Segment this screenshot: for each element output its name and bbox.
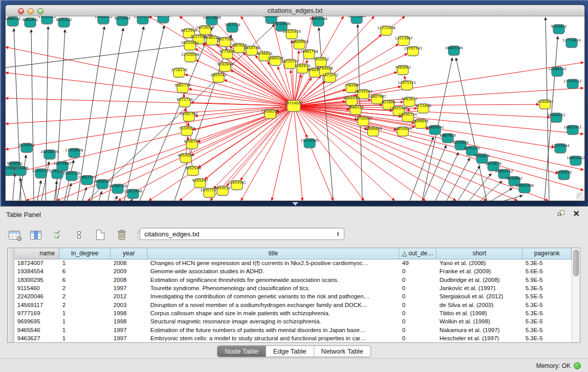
network-edge[interactable] (213, 106, 294, 188)
table-options-button[interactable] (7, 228, 21, 242)
graph-node[interactable]: 15134545 (300, 139, 319, 148)
graph-node[interactable]: 13930112 (38, 16, 56, 24)
network-edge[interactable] (185, 74, 294, 106)
graph-node[interactable]: 19797343 (404, 47, 422, 56)
column-header-out_degree[interactable]: △ out_de… (399, 248, 437, 259)
graph-node[interactable]: 1868112 (6, 17, 21, 26)
graph-node[interactable]: 9115460 (415, 104, 431, 113)
table-row[interactable]: 946362711997Embryonic stem cells: a mode… (14, 334, 572, 342)
graph-node[interactable]: 2520655 (18, 143, 34, 152)
column-header-short[interactable]: short (437, 248, 522, 259)
network-edge[interactable] (447, 158, 470, 201)
graph-node[interactable]: 8654007 (178, 154, 193, 163)
graph-node[interactable]: 7955812 (313, 57, 329, 67)
table-row[interactable]: 946554611997Estimation of the future num… (14, 325, 572, 334)
network-edge[interactable] (37, 181, 41, 201)
scrollbar-thumb[interactable] (573, 250, 579, 276)
graph-node[interactable]: 16444112 (547, 113, 565, 122)
network-edge[interactable] (6, 98, 294, 106)
graph-node[interactable]: 16033809 (203, 16, 221, 25)
network-window[interactable]: citations_edges.txt 18724007183002958912… (5, 5, 585, 201)
graph-node[interactable]: 10951488 (515, 184, 534, 193)
graph-node[interactable]: 1421072 (322, 73, 338, 82)
graph-node[interactable]: 10391762 (180, 112, 198, 121)
graph-node[interactable]: 15724112 (134, 16, 152, 24)
graph-node[interactable]: 9242848 (217, 62, 233, 72)
graph-node[interactable]: 12975115 (398, 81, 416, 90)
graph-node[interactable]: 18640910 (290, 40, 309, 49)
tab-network-table[interactable]: Network Table (314, 346, 371, 357)
graph-node[interactable]: 8954532 (214, 186, 230, 195)
resize-grip-icon[interactable] (576, 192, 583, 200)
graph-node[interactable]: 19612544 (309, 17, 328, 26)
network-edge[interactable] (272, 106, 294, 201)
graph-node[interactable]: 1215686 (12, 166, 29, 176)
graph-node[interactable]: 9361739 (175, 83, 190, 93)
create-column-button[interactable] (93, 228, 107, 242)
table-row[interactable]: 1456911722003Disruption of a novel membe… (14, 300, 572, 309)
graph-node[interactable]: 10851412 (563, 125, 582, 135)
graph-node[interactable]: 7852544 (185, 166, 201, 176)
table-row[interactable]: 977716911998Corpus callosum shape and si… (14, 309, 572, 317)
graph-node[interactable]: 17544112 (563, 79, 582, 89)
graph-node[interactable]: 12103544 (551, 144, 570, 153)
network-edge[interactable] (6, 73, 294, 106)
network-edge[interactable] (294, 106, 583, 190)
column-header-title[interactable]: title (147, 248, 399, 259)
network-edge[interactable] (13, 173, 15, 201)
network-canvas[interactable]: 1872400718300295891295418226058912750816… (6, 16, 584, 201)
network-edge[interactable] (492, 188, 512, 201)
network-graph[interactable]: 1872400718300295891295418226058912750816… (6, 16, 584, 201)
graph-node[interactable]: 8371734 (177, 98, 193, 107)
graph-node[interactable]: 1595844 (537, 100, 553, 109)
graph-node[interactable]: 12342757 (32, 169, 50, 178)
graph-node[interactable]: 9154412 (551, 25, 567, 34)
column-header-in_degree[interactable]: in_degree (59, 248, 111, 259)
table-row[interactable]: 911546021997Tourette syndrome. Phenomeno… (14, 284, 572, 292)
network-edge[interactable] (57, 106, 294, 201)
graph-node[interactable]: 9175685 (219, 50, 235, 59)
network-edge[interactable] (294, 106, 302, 201)
graph-node[interactable]: 2718170 (171, 68, 187, 77)
graph-node[interactable]: 9245012 (556, 170, 572, 180)
graph-node[interactable]: 18113044 (347, 16, 366, 24)
graph-node[interactable]: 14164112 (548, 67, 567, 76)
table-row[interactable]: 1872400712008Changes of HCN gene express… (14, 259, 572, 267)
show-columns-button[interactable] (29, 228, 43, 242)
graph-node[interactable]: 9256744 (184, 140, 200, 149)
float-window-icon[interactable] (558, 210, 565, 217)
graph-node[interactable]: 10464112 (94, 16, 113, 24)
network-edge[interactable] (423, 145, 446, 201)
graph-node[interactable]: 10688609 (364, 127, 382, 136)
graph-node[interactable]: 7357224 (224, 23, 241, 32)
graph-node[interactable]: 1364436 (343, 96, 360, 105)
graph-node[interactable]: 8635102 (56, 18, 72, 27)
network-edge[interactable] (140, 28, 212, 201)
graph-node[interactable]: 17359928 (65, 148, 83, 158)
network-edge[interactable] (481, 181, 502, 201)
graph-node[interactable]: 12923448 (124, 189, 142, 199)
tab-edge-table[interactable]: Edge Table (266, 346, 314, 357)
table-row[interactable]: 969969511998Structural magnetic resonanc… (14, 317, 572, 325)
network-edge[interactable] (6, 106, 294, 149)
graph-node[interactable]: 2803144 (210, 73, 227, 82)
network-edge[interactable] (99, 191, 102, 201)
delete-column-button[interactable] (115, 228, 129, 242)
graph-node[interactable]: 9462441 (22, 18, 38, 27)
column-header-year[interactable]: year (111, 248, 147, 259)
graph-node[interactable]: 16407394 (445, 46, 463, 55)
graph-node[interactable]: 7485063 (395, 65, 410, 75)
column-header-name[interactable]: name (14, 248, 59, 259)
tab-node-table[interactable]: Node Table (217, 346, 266, 357)
graph-node[interactable]: 13930414 (154, 16, 172, 23)
graph-node[interactable]: 12774414 (562, 38, 581, 48)
network-edge[interactable] (132, 199, 133, 201)
network-window-titlebar[interactable]: citations_edges.txt (6, 5, 584, 16)
graph-node[interactable]: 11215438 (377, 26, 396, 35)
network-edge[interactable] (230, 70, 294, 106)
network-edge[interactable] (294, 106, 395, 201)
network-edge[interactable] (92, 28, 123, 201)
graph-node[interactable]: 12213987 (395, 36, 413, 46)
panel-splitter-handle[interactable] (292, 202, 298, 206)
graph-node[interactable]: 16954412 (567, 156, 584, 165)
